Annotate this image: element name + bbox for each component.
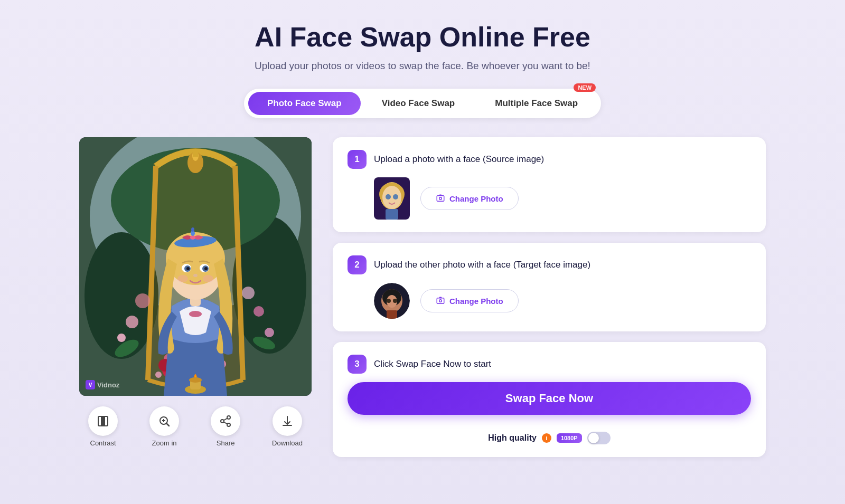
change-photo-icon-1 bbox=[436, 194, 445, 203]
share-label: Share bbox=[217, 439, 235, 447]
step-1-change-photo-button[interactable]: Change Photo bbox=[420, 187, 519, 210]
step-3-card: 3 Click Swap Face Now to start Swap Face… bbox=[333, 342, 766, 457]
zoom-button[interactable]: Zoom in bbox=[149, 406, 179, 447]
svg-point-23 bbox=[189, 311, 202, 317]
new-badge: NEW bbox=[574, 83, 596, 92]
svg-point-51 bbox=[227, 416, 230, 419]
step-2-change-photo-label: Change Photo bbox=[449, 297, 503, 306]
svg-point-34 bbox=[177, 275, 188, 282]
quality-info-icon[interactable]: i bbox=[542, 433, 551, 443]
watermark-text: Vidnoz bbox=[97, 381, 119, 389]
svg-rect-72 bbox=[437, 298, 444, 304]
svg-point-35 bbox=[203, 275, 213, 282]
svg-rect-62 bbox=[386, 209, 398, 220]
step-3-content: Swap Face Now High quality i 1080P bbox=[348, 382, 751, 444]
bottom-toolbar: Contrast Zoom in bbox=[79, 406, 312, 447]
svg-point-70 bbox=[393, 299, 397, 303]
quality-toggle[interactable] bbox=[587, 432, 611, 444]
svg-point-59 bbox=[382, 186, 401, 209]
contrast-label: Contrast bbox=[90, 439, 116, 447]
quality-badge: 1080P bbox=[557, 433, 582, 443]
step-1-card: 1 Upload a photo with a face (Source ima… bbox=[333, 137, 766, 232]
svg-point-61 bbox=[393, 194, 398, 199]
page-title: AI Face Swap Online Free bbox=[255, 21, 590, 53]
preview-illustration bbox=[79, 137, 312, 396]
svg-point-60 bbox=[386, 194, 391, 199]
step-1-content: Change Photo bbox=[348, 177, 751, 220]
svg-point-73 bbox=[439, 300, 442, 302]
step-1-change-photo-label: Change Photo bbox=[449, 194, 503, 203]
svg-point-37 bbox=[190, 235, 195, 240]
step-2-change-photo-button[interactable]: Change Photo bbox=[420, 289, 519, 312]
svg-point-10 bbox=[117, 334, 126, 342]
svg-point-39 bbox=[191, 227, 194, 232]
step-3-header: 3 Click Swap Face Now to start bbox=[348, 355, 751, 374]
tab-video-face-swap[interactable]: Video Face Swap bbox=[363, 92, 474, 115]
main-content: V Vidnoz Contrast bbox=[79, 137, 766, 457]
svg-rect-46 bbox=[101, 416, 105, 426]
watermark-logo: V bbox=[86, 380, 95, 389]
contrast-icon bbox=[97, 415, 109, 427]
page-subtitle: Upload your photos or videos to swap the… bbox=[255, 60, 590, 72]
svg-point-42 bbox=[189, 377, 202, 383]
zoom-label: Zoom in bbox=[152, 439, 177, 447]
contrast-button[interactable]: Contrast bbox=[88, 406, 118, 447]
step-2-header: 2 Upload the other photo with a face (Ta… bbox=[348, 255, 751, 274]
quality-label: High quality bbox=[488, 433, 537, 443]
step-1-thumbnail bbox=[374, 177, 410, 220]
preview-section: V Vidnoz Contrast bbox=[79, 137, 312, 447]
swap-face-now-button[interactable]: Swap Face Now bbox=[348, 382, 751, 415]
zoom-icon-circle bbox=[149, 406, 179, 436]
share-icon bbox=[219, 415, 232, 427]
step-1-header: 1 Upload a photo with a face (Source ima… bbox=[348, 150, 751, 169]
step-1-number: 1 bbox=[348, 150, 367, 169]
tab-photo-face-swap[interactable]: Photo Face Swap bbox=[248, 92, 361, 115]
svg-point-8 bbox=[126, 316, 138, 328]
svg-point-13 bbox=[242, 287, 255, 299]
step-1-title: Upload a photo with a face (Source image… bbox=[374, 150, 544, 166]
svg-point-33 bbox=[193, 274, 198, 277]
share-button[interactable]: Share bbox=[211, 406, 240, 447]
step-3-title: Click Swap Face Now to start bbox=[374, 355, 491, 370]
zoom-icon bbox=[158, 415, 171, 427]
svg-point-69 bbox=[387, 299, 391, 303]
watermark: V Vidnoz bbox=[86, 380, 119, 389]
step-2-content: Change Photo bbox=[348, 283, 751, 319]
svg-rect-71 bbox=[387, 310, 397, 319]
svg-rect-63 bbox=[437, 196, 444, 202]
page-wrapper: AI Face Swap Online Free Upload your pho… bbox=[0, 0, 845, 504]
steps-section: 1 Upload a photo with a face (Source ima… bbox=[333, 137, 766, 457]
download-icon-circle bbox=[273, 406, 302, 436]
svg-line-48 bbox=[166, 423, 169, 426]
download-button[interactable]: Download bbox=[272, 406, 303, 447]
tab-multiple-face-swap[interactable]: Multiple Face Swap bbox=[476, 92, 597, 115]
tabs-container: Photo Face Swap Video Face Swap Multiple… bbox=[244, 89, 601, 118]
share-icon-circle bbox=[211, 406, 240, 436]
svg-rect-7 bbox=[193, 150, 198, 157]
quality-row: High quality i 1080P bbox=[348, 432, 751, 444]
step-2-thumbnail bbox=[374, 283, 410, 319]
svg-point-52 bbox=[221, 420, 224, 423]
contrast-icon-circle bbox=[88, 406, 118, 436]
svg-point-53 bbox=[227, 423, 230, 426]
svg-point-12 bbox=[135, 293, 150, 308]
download-label: Download bbox=[272, 439, 303, 447]
svg-point-31 bbox=[186, 267, 190, 270]
svg-point-64 bbox=[439, 197, 442, 200]
svg-line-54 bbox=[224, 419, 228, 421]
change-photo-icon-2 bbox=[436, 296, 445, 306]
svg-line-55 bbox=[224, 422, 228, 424]
svg-point-16 bbox=[155, 372, 162, 378]
svg-point-32 bbox=[204, 267, 208, 270]
svg-point-11 bbox=[265, 328, 274, 337]
step-2-title: Upload the other photo with a face (Targ… bbox=[374, 255, 590, 271]
preview-image-wrapper: V Vidnoz bbox=[79, 137, 312, 396]
download-icon bbox=[281, 415, 294, 427]
step-2-card: 2 Upload the other photo with a face (Ta… bbox=[333, 243, 766, 331]
svg-point-9 bbox=[253, 306, 264, 317]
step-2-number: 2 bbox=[348, 255, 367, 274]
step-3-number: 3 bbox=[348, 355, 367, 374]
